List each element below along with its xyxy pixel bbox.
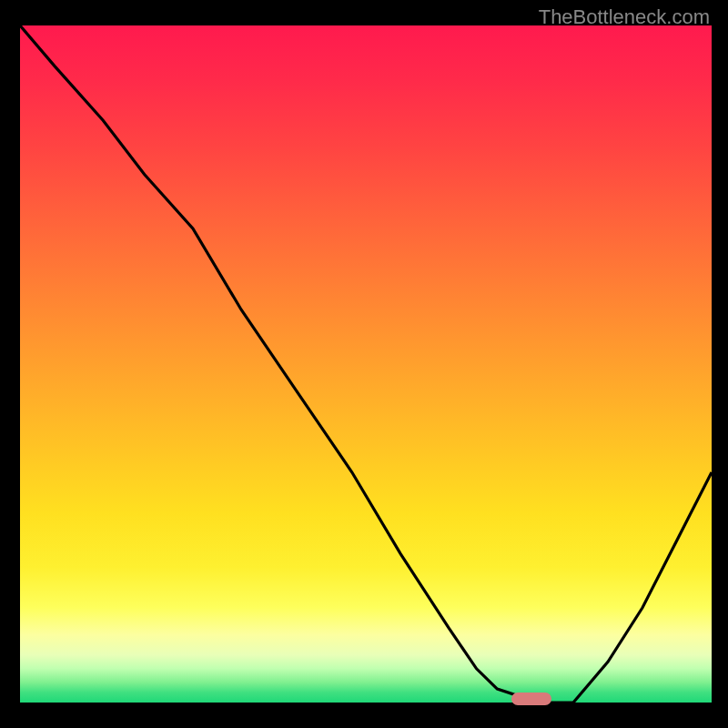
watermark-text: TheBottleneck.com — [539, 5, 710, 29]
bottleneck-curve — [20, 25, 712, 703]
plot-area — [20, 25, 712, 703]
optimal-marker — [511, 693, 551, 705]
curve-path — [20, 25, 712, 703]
